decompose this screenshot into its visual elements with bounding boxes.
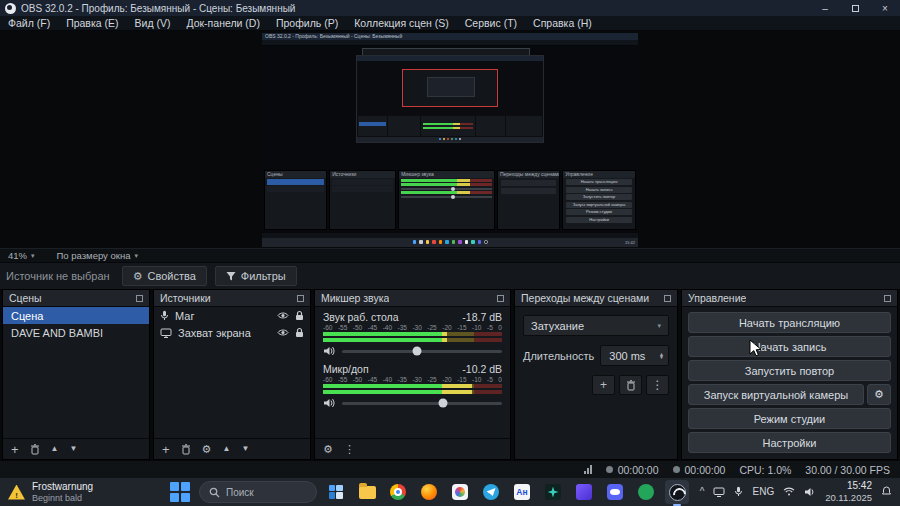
zoom-chevron-icon[interactable]: ▾ — [31, 252, 35, 260]
office-app-icon[interactable] — [572, 480, 596, 504]
virtual-camera-settings-button[interactable]: ⚙ — [867, 384, 891, 405]
volume-fader[interactable] — [342, 402, 502, 405]
zoom-level[interactable]: 41% — [8, 250, 27, 261]
source-properties-gear-icon[interactable]: ⚙ — [202, 444, 212, 455]
popout-icon[interactable] — [664, 295, 671, 302]
start-virtual-camera-button[interactable]: Запуск виртуальной камеры — [688, 384, 864, 405]
source-down-button[interactable]: ▼ — [241, 445, 249, 453]
tray-chevron-up-icon[interactable]: ^ — [700, 486, 705, 497]
menu-scene-collection[interactable]: Коллекция сцен (S) — [346, 16, 457, 30]
preview-canvas[interactable]: OBS 32.0.2 - Профиль: Безымянный - Сцены… — [0, 31, 900, 248]
sources-panel-header[interactable]: Источники — [154, 290, 310, 307]
popout-icon[interactable] — [297, 295, 304, 302]
obs-window: OBS 32.0.2 - Профиль: Безымянный - Сцены… — [0, 0, 900, 506]
remove-transition-button[interactable] — [619, 375, 642, 395]
menu-profile[interactable]: Профиль (P) — [268, 16, 346, 30]
sources-panel: Источники Маг Захват экрана — [153, 289, 311, 460]
weather-widget[interactable]: ! Frostwarnung Beginnt bald — [8, 481, 93, 503]
visibility-eye-icon[interactable] — [277, 311, 289, 320]
maximize-button[interactable] — [840, 0, 870, 16]
notification-bell-icon[interactable] — [881, 486, 892, 497]
duration-label: Длительность — [523, 350, 594, 362]
spinner-arrows-icon[interactable]: ▲▼ — [659, 353, 664, 359]
properties-button[interactable]: ⚙ Свойства — [122, 266, 207, 286]
taskbar-clock[interactable]: 15:42 20.11.2025 — [825, 480, 872, 503]
menu-view[interactable]: Вид (V) — [127, 16, 179, 30]
mixer-menu-dots-icon[interactable]: ⋮ — [344, 444, 355, 455]
titlebar: OBS 32.0.2 - Профиль: Безымянный - Сцены… — [0, 0, 900, 16]
popout-icon[interactable] — [497, 295, 504, 302]
fit-mode-label[interactable]: По размеру окна — [57, 250, 131, 261]
menu-help[interactable]: Справка (H) — [525, 16, 600, 30]
wifi-icon[interactable] — [783, 487, 795, 496]
lock-icon[interactable] — [295, 327, 304, 338]
studio-mode-button[interactable]: Режим студии — [688, 408, 891, 429]
scene-item[interactable]: DAVE AND BAMBI — [3, 324, 149, 341]
start-recording-button[interactable]: Начать запись — [688, 336, 891, 357]
mini-preview-area — [262, 46, 638, 168]
task-view-icon[interactable] — [324, 480, 348, 504]
transition-properties-button[interactable]: ⋮ — [646, 375, 669, 395]
source-item[interactable]: Маг — [154, 307, 310, 324]
tray-display-icon[interactable] — [713, 487, 725, 497]
filters-button[interactable]: Фильтры — [215, 266, 297, 286]
anki-app-icon[interactable]: Ан — [510, 480, 534, 504]
menu-docks[interactable]: Док-панели (D) — [178, 16, 267, 30]
sources-toolbar: + ⚙ ▲ ▼ — [154, 438, 310, 459]
lock-icon[interactable] — [295, 310, 304, 321]
duration-input[interactable]: 300 ms ▲▼ — [600, 345, 669, 366]
speaker-icon[interactable] — [323, 346, 335, 356]
controls-panel-header[interactable]: Управление — [682, 290, 897, 307]
scene-down-button[interactable]: ▼ — [70, 445, 78, 453]
start-replay-buffer-button[interactable]: Запустить повтор — [688, 360, 891, 381]
fader-handle[interactable] — [438, 399, 447, 408]
start-streaming-button[interactable]: Начать трансляцию — [688, 312, 891, 333]
remove-scene-button[interactable] — [30, 444, 40, 455]
close-button[interactable]: × — [870, 0, 900, 16]
scenes-panel-header[interactable]: Сцены — [3, 290, 149, 307]
popout-icon[interactable] — [884, 295, 891, 302]
scene-up-button[interactable]: ▲ — [51, 445, 59, 453]
speaker-icon[interactable] — [323, 398, 335, 408]
add-transition-button[interactable]: + — [592, 375, 615, 395]
source-up-button[interactable]: ▲ — [222, 445, 230, 453]
chrome-icon[interactable] — [386, 480, 410, 504]
popout-icon[interactable] — [136, 295, 143, 302]
mini-titlebar: OBS 32.0.2 - Профиль: Безымянный - Сцены… — [262, 33, 638, 40]
add-source-button[interactable]: + — [162, 443, 170, 456]
minimize-button[interactable]: – — [810, 0, 840, 16]
firefox-icon[interactable] — [417, 480, 441, 504]
start-button[interactable] — [168, 480, 192, 504]
visibility-eye-icon[interactable] — [277, 328, 289, 337]
whatsapp-icon[interactable] — [634, 480, 658, 504]
menu-edit[interactable]: Правка (E) — [58, 16, 126, 30]
menu-tools[interactable]: Сервис (T) — [457, 16, 525, 30]
stream-timer: 00:00:00 — [606, 464, 659, 476]
discord-icon[interactable] — [603, 480, 627, 504]
photos-app-icon[interactable] — [448, 480, 472, 504]
taskbar-search[interactable] — [199, 481, 317, 503]
settings-button[interactable]: Настройки — [688, 432, 891, 453]
add-scene-button[interactable]: + — [11, 443, 19, 456]
search-input[interactable] — [226, 487, 306, 498]
sparkle-app-icon[interactable] — [541, 480, 565, 504]
keyboard-language[interactable]: ENG — [752, 486, 774, 497]
scene-item-selected[interactable]: Сцена — [3, 307, 149, 324]
volume-icon[interactable] — [804, 487, 816, 497]
transition-select[interactable]: Затухание ▾ — [523, 315, 669, 336]
telegram-icon[interactable] — [479, 480, 503, 504]
remove-source-button[interactable] — [181, 444, 191, 455]
mixer-settings-gear-icon[interactable]: ⚙ — [323, 444, 333, 455]
fader-handle[interactable] — [413, 347, 422, 356]
mixer-channel: Микр/доп -10.2 dB -60-55-50-45-40-35-30-… — [323, 363, 502, 408]
weather-subtitle: Beginnt bald — [32, 493, 93, 503]
transitions-panel-header[interactable]: Переходы между сценами — [515, 290, 677, 307]
fit-chevron-icon[interactable]: ▾ — [134, 252, 138, 260]
mixer-panel-header[interactable]: Микшер звука — [315, 290, 510, 307]
obs-taskbar-icon[interactable] — [665, 480, 689, 504]
menu-file[interactable]: Файл (F) — [0, 16, 58, 30]
source-item[interactable]: Захват экрана — [154, 324, 310, 341]
volume-fader[interactable] — [342, 350, 502, 353]
file-explorer-icon[interactable] — [355, 480, 379, 504]
tray-mic-icon[interactable] — [734, 486, 743, 497]
